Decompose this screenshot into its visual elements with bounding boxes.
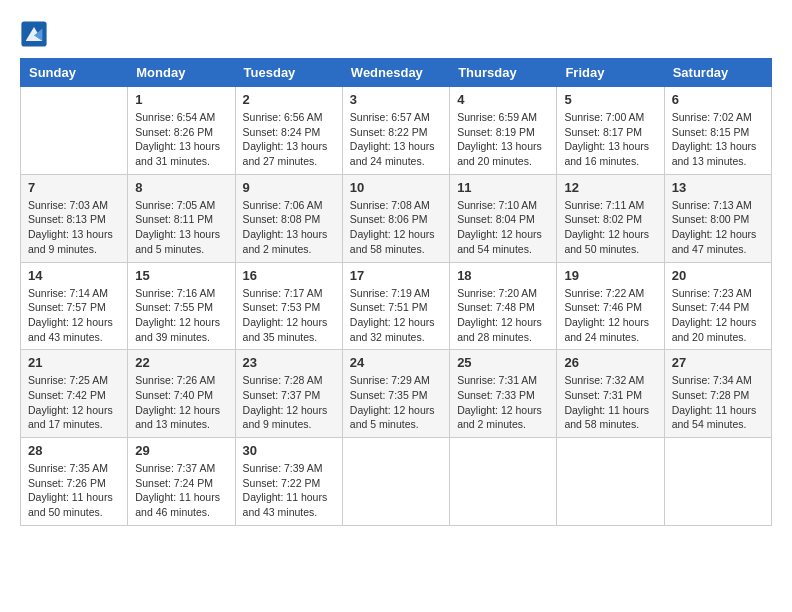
day-number: 4 — [457, 92, 549, 107]
day-info: Sunrise: 7:19 AM Sunset: 7:51 PM Dayligh… — [350, 286, 442, 345]
day-info: Sunrise: 7:06 AM Sunset: 8:08 PM Dayligh… — [243, 198, 335, 257]
day-info: Sunrise: 7:25 AM Sunset: 7:42 PM Dayligh… — [28, 373, 120, 432]
calendar-cell — [342, 438, 449, 526]
calendar-cell: 1Sunrise: 6:54 AM Sunset: 8:26 PM Daylig… — [128, 87, 235, 175]
day-info: Sunrise: 7:08 AM Sunset: 8:06 PM Dayligh… — [350, 198, 442, 257]
day-info: Sunrise: 7:00 AM Sunset: 8:17 PM Dayligh… — [564, 110, 656, 169]
day-number: 2 — [243, 92, 335, 107]
header-day-monday: Monday — [128, 59, 235, 87]
calendar-cell: 22Sunrise: 7:26 AM Sunset: 7:40 PM Dayli… — [128, 350, 235, 438]
day-number: 16 — [243, 268, 335, 283]
day-number: 11 — [457, 180, 549, 195]
calendar-cell: 5Sunrise: 7:00 AM Sunset: 8:17 PM Daylig… — [557, 87, 664, 175]
day-info: Sunrise: 7:37 AM Sunset: 7:24 PM Dayligh… — [135, 461, 227, 520]
calendar-week-4: 21Sunrise: 7:25 AM Sunset: 7:42 PM Dayli… — [21, 350, 772, 438]
calendar-week-1: 1Sunrise: 6:54 AM Sunset: 8:26 PM Daylig… — [21, 87, 772, 175]
day-info: Sunrise: 7:16 AM Sunset: 7:55 PM Dayligh… — [135, 286, 227, 345]
calendar-cell: 7Sunrise: 7:03 AM Sunset: 8:13 PM Daylig… — [21, 174, 128, 262]
calendar-cell: 11Sunrise: 7:10 AM Sunset: 8:04 PM Dayli… — [450, 174, 557, 262]
calendar-cell: 12Sunrise: 7:11 AM Sunset: 8:02 PM Dayli… — [557, 174, 664, 262]
header-day-wednesday: Wednesday — [342, 59, 449, 87]
day-number: 14 — [28, 268, 120, 283]
calendar-week-5: 28Sunrise: 7:35 AM Sunset: 7:26 PM Dayli… — [21, 438, 772, 526]
day-info: Sunrise: 7:14 AM Sunset: 7:57 PM Dayligh… — [28, 286, 120, 345]
calendar-cell: 9Sunrise: 7:06 AM Sunset: 8:08 PM Daylig… — [235, 174, 342, 262]
calendar-cell: 16Sunrise: 7:17 AM Sunset: 7:53 PM Dayli… — [235, 262, 342, 350]
day-info: Sunrise: 6:59 AM Sunset: 8:19 PM Dayligh… — [457, 110, 549, 169]
day-info: Sunrise: 6:56 AM Sunset: 8:24 PM Dayligh… — [243, 110, 335, 169]
calendar-cell: 14Sunrise: 7:14 AM Sunset: 7:57 PM Dayli… — [21, 262, 128, 350]
day-number: 27 — [672, 355, 764, 370]
calendar-cell — [450, 438, 557, 526]
calendar-body: 1Sunrise: 6:54 AM Sunset: 8:26 PM Daylig… — [21, 87, 772, 526]
day-info: Sunrise: 7:35 AM Sunset: 7:26 PM Dayligh… — [28, 461, 120, 520]
calendar-cell: 18Sunrise: 7:20 AM Sunset: 7:48 PM Dayli… — [450, 262, 557, 350]
day-number: 9 — [243, 180, 335, 195]
day-number: 15 — [135, 268, 227, 283]
day-info: Sunrise: 7:02 AM Sunset: 8:15 PM Dayligh… — [672, 110, 764, 169]
day-info: Sunrise: 7:23 AM Sunset: 7:44 PM Dayligh… — [672, 286, 764, 345]
day-info: Sunrise: 7:10 AM Sunset: 8:04 PM Dayligh… — [457, 198, 549, 257]
calendar-cell: 27Sunrise: 7:34 AM Sunset: 7:28 PM Dayli… — [664, 350, 771, 438]
day-info: Sunrise: 7:31 AM Sunset: 7:33 PM Dayligh… — [457, 373, 549, 432]
calendar-header: SundayMondayTuesdayWednesdayThursdayFrid… — [21, 59, 772, 87]
day-number: 19 — [564, 268, 656, 283]
header-day-saturday: Saturday — [664, 59, 771, 87]
calendar-cell: 4Sunrise: 6:59 AM Sunset: 8:19 PM Daylig… — [450, 87, 557, 175]
calendar-cell — [557, 438, 664, 526]
logo — [20, 20, 52, 48]
header-day-thursday: Thursday — [450, 59, 557, 87]
calendar-cell — [21, 87, 128, 175]
day-number: 29 — [135, 443, 227, 458]
header-day-tuesday: Tuesday — [235, 59, 342, 87]
calendar-cell: 2Sunrise: 6:56 AM Sunset: 8:24 PM Daylig… — [235, 87, 342, 175]
calendar-cell: 19Sunrise: 7:22 AM Sunset: 7:46 PM Dayli… — [557, 262, 664, 350]
day-number: 8 — [135, 180, 227, 195]
day-info: Sunrise: 7:28 AM Sunset: 7:37 PM Dayligh… — [243, 373, 335, 432]
day-info: Sunrise: 6:54 AM Sunset: 8:26 PM Dayligh… — [135, 110, 227, 169]
day-number: 1 — [135, 92, 227, 107]
calendar-week-2: 7Sunrise: 7:03 AM Sunset: 8:13 PM Daylig… — [21, 174, 772, 262]
day-info: Sunrise: 7:11 AM Sunset: 8:02 PM Dayligh… — [564, 198, 656, 257]
day-number: 3 — [350, 92, 442, 107]
calendar-cell: 10Sunrise: 7:08 AM Sunset: 8:06 PM Dayli… — [342, 174, 449, 262]
calendar-cell: 13Sunrise: 7:13 AM Sunset: 8:00 PM Dayli… — [664, 174, 771, 262]
calendar-cell: 21Sunrise: 7:25 AM Sunset: 7:42 PM Dayli… — [21, 350, 128, 438]
calendar-cell: 17Sunrise: 7:19 AM Sunset: 7:51 PM Dayli… — [342, 262, 449, 350]
calendar-cell: 15Sunrise: 7:16 AM Sunset: 7:55 PM Dayli… — [128, 262, 235, 350]
calendar-table: SundayMondayTuesdayWednesdayThursdayFrid… — [20, 58, 772, 526]
day-info: Sunrise: 7:29 AM Sunset: 7:35 PM Dayligh… — [350, 373, 442, 432]
calendar-cell: 29Sunrise: 7:37 AM Sunset: 7:24 PM Dayli… — [128, 438, 235, 526]
header-day-friday: Friday — [557, 59, 664, 87]
day-number: 23 — [243, 355, 335, 370]
day-number: 17 — [350, 268, 442, 283]
day-number: 26 — [564, 355, 656, 370]
calendar-cell: 26Sunrise: 7:32 AM Sunset: 7:31 PM Dayli… — [557, 350, 664, 438]
calendar-cell — [664, 438, 771, 526]
page-header — [20, 20, 772, 48]
day-number: 20 — [672, 268, 764, 283]
calendar-cell: 8Sunrise: 7:05 AM Sunset: 8:11 PM Daylig… — [128, 174, 235, 262]
calendar-cell: 3Sunrise: 6:57 AM Sunset: 8:22 PM Daylig… — [342, 87, 449, 175]
day-info: Sunrise: 7:05 AM Sunset: 8:11 PM Dayligh… — [135, 198, 227, 257]
calendar-week-3: 14Sunrise: 7:14 AM Sunset: 7:57 PM Dayli… — [21, 262, 772, 350]
day-info: Sunrise: 7:03 AM Sunset: 8:13 PM Dayligh… — [28, 198, 120, 257]
day-number: 13 — [672, 180, 764, 195]
day-number: 28 — [28, 443, 120, 458]
day-info: Sunrise: 7:32 AM Sunset: 7:31 PM Dayligh… — [564, 373, 656, 432]
day-info: Sunrise: 7:13 AM Sunset: 8:00 PM Dayligh… — [672, 198, 764, 257]
day-info: Sunrise: 7:17 AM Sunset: 7:53 PM Dayligh… — [243, 286, 335, 345]
day-number: 21 — [28, 355, 120, 370]
day-info: Sunrise: 6:57 AM Sunset: 8:22 PM Dayligh… — [350, 110, 442, 169]
day-info: Sunrise: 7:20 AM Sunset: 7:48 PM Dayligh… — [457, 286, 549, 345]
day-info: Sunrise: 7:34 AM Sunset: 7:28 PM Dayligh… — [672, 373, 764, 432]
day-info: Sunrise: 7:22 AM Sunset: 7:46 PM Dayligh… — [564, 286, 656, 345]
calendar-cell: 24Sunrise: 7:29 AM Sunset: 7:35 PM Dayli… — [342, 350, 449, 438]
day-info: Sunrise: 7:39 AM Sunset: 7:22 PM Dayligh… — [243, 461, 335, 520]
calendar-cell: 6Sunrise: 7:02 AM Sunset: 8:15 PM Daylig… — [664, 87, 771, 175]
calendar-cell: 20Sunrise: 7:23 AM Sunset: 7:44 PM Dayli… — [664, 262, 771, 350]
day-number: 7 — [28, 180, 120, 195]
day-number: 24 — [350, 355, 442, 370]
day-number: 10 — [350, 180, 442, 195]
calendar-cell: 30Sunrise: 7:39 AM Sunset: 7:22 PM Dayli… — [235, 438, 342, 526]
